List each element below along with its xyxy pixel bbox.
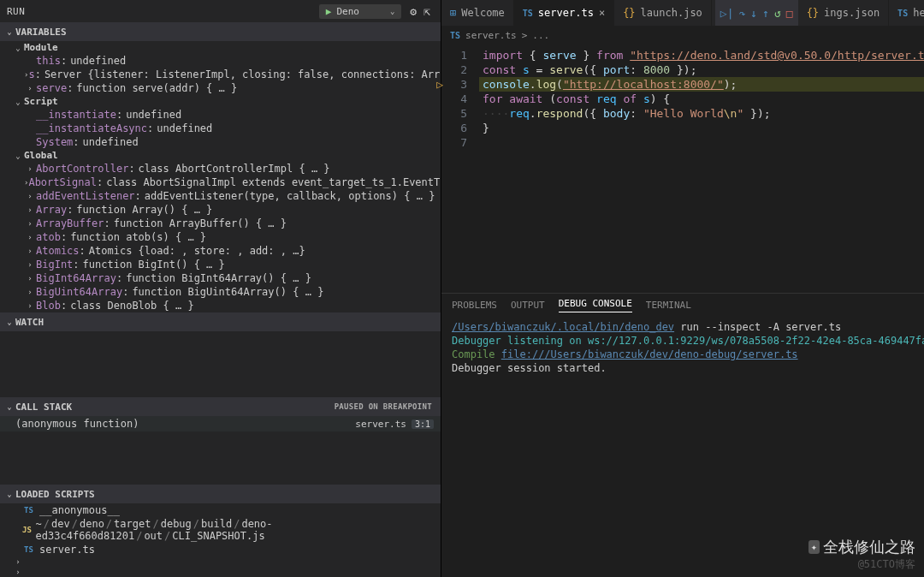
ts-icon: TS (450, 31, 460, 40)
scripts-section-header[interactable]: ⌄ LOADED SCRIPTS (0, 485, 441, 503)
run-config-label: Deno (336, 6, 359, 17)
variable-value: undefined (126, 109, 181, 121)
variable-name: AbortController (36, 163, 128, 175)
popout-icon[interactable]: ⇱ (420, 5, 434, 18)
callstack-section-header[interactable]: ⌄ CALL STACK PAUSED ON BREAKPOINT (0, 397, 441, 416)
step-out-icon[interactable]: ↑ (762, 7, 769, 20)
variable-row[interactable]: ›addEventListener:addEventListener(type,… (0, 189, 441, 203)
breakpoint-icon[interactable]: ▷ (436, 77, 443, 92)
frame-file: server.ts (355, 419, 406, 430)
variable-name: s (28, 68, 34, 80)
panel-tab-terminal[interactable]: TERMINAL (646, 300, 691, 311)
panel-tab-problems[interactable]: PROBLEMS (452, 300, 497, 311)
variable-row[interactable]: ›Atomics:Atomics {load: , store: , add: … (0, 244, 441, 258)
code-line: for await (const req of s) { (479, 92, 924, 106)
variable-row[interactable]: this:undefined (0, 54, 441, 68)
scope-script[interactable]: ⌄Script (0, 95, 441, 108)
play-icon: ▶ (326, 6, 332, 17)
variable-row[interactable]: System:undefined (0, 135, 441, 149)
tab-label: launch.jso (641, 7, 702, 19)
script-folder[interactable]: › (0, 556, 441, 567)
json-icon: {} (623, 7, 635, 19)
scope-global[interactable]: ⌄Global (0, 149, 441, 162)
tab-label: ings.json (824, 7, 880, 19)
variable-row[interactable]: ›atob:function atob(s) { … } (0, 230, 441, 244)
tab-launch[interactable]: {}launch.jso (614, 0, 712, 26)
tab-server[interactable]: TSserver.ts× (514, 0, 614, 26)
chevron-down-icon: ⌄ (3, 402, 15, 411)
variable-row[interactable]: ›BigInt:function BigInt() { … } (0, 258, 441, 271)
tab-welcome[interactable]: ⊞Welcome (441, 0, 514, 26)
step-over-icon[interactable]: ↷ (738, 7, 745, 20)
variable-row[interactable]: ›AbortController:class AbortControllerIm… (0, 162, 441, 175)
tab-settings[interactable]: {}ings.json (798, 0, 889, 26)
breadcrumb[interactable]: TS server.ts > ... (441, 26, 924, 45)
js-icon: JS (22, 526, 36, 534)
code-line: } (479, 121, 924, 135)
variable-row[interactable]: ›BigUint64Array:function BigUint64Array(… (0, 285, 441, 299)
code-line: ····req.respond({ body: "Hello World\n" … (479, 106, 924, 121)
script-path: server.ts (39, 544, 95, 556)
chevron-down-icon: ⌄ (390, 7, 394, 15)
step-into-icon[interactable]: ↓ (750, 7, 757, 20)
run-header: RUN ▶ Deno ⌄ ⚙ ⇱ (0, 0, 441, 22)
variable-row[interactable]: ›AbortSignal:class AbortSignalImpl exten… (0, 175, 441, 189)
variable-name: Atomics (36, 245, 80, 257)
code-editor[interactable]: 12▷34567 import { serve } from "https://… (441, 45, 924, 293)
variable-name: System (36, 136, 73, 148)
scripts-body: TS__anonymous__JS~/dev/deno/target/debug… (0, 503, 441, 577)
callstack-status: PAUSED ON BREAKPOINT (335, 402, 437, 411)
variable-name: __instantiateAsync (36, 122, 147, 134)
panel-tabs: PROBLEMSOUTPUTDEBUG CONSOLETERMINAL (441, 293, 924, 317)
script-item[interactable]: JS~/dev/deno/target/debug/build/deno-ed3… (0, 517, 441, 543)
script-item[interactable]: TS__anonymous__ (0, 503, 441, 517)
variable-name: addEventListener (36, 190, 135, 202)
variable-name: BigUint64Array (36, 286, 122, 298)
variable-row[interactable]: ›serve:function serve(addr) { … } (0, 81, 441, 95)
variable-value: function BigInt() { … } (83, 259, 225, 271)
variable-value: class AbortSignalImpl extends event_targ… (106, 176, 441, 188)
gear-icon[interactable]: ⚙ (406, 5, 420, 18)
variable-row[interactable]: __instantiateAsync:undefined (0, 122, 441, 135)
panel-tab-debug-console[interactable]: DEBUG CONSOLE (559, 298, 632, 312)
stack-frame[interactable]: (anonymous function)server.ts3:1 (0, 416, 441, 431)
variable-row[interactable]: ›BigInt64Array:function BigInt64Array() … (0, 271, 441, 285)
breadcrumb-tail: ... (532, 30, 549, 41)
debug-sidebar: RUN ▶ Deno ⌄ ⚙ ⇱ ⌄ VARIABLES ⌄Modulethis… (0, 0, 441, 577)
variable-row[interactable]: ›Array:function Array() { … } (0, 203, 441, 217)
callstack-spacer (0, 433, 441, 485)
scope-label: Script (24, 96, 58, 107)
variable-value: function BigUint64Array() { … } (132, 286, 323, 298)
watch-section-header[interactable]: ⌄ WATCH (0, 312, 441, 331)
variable-value: Atomics {load: , store: , add: , …} (89, 245, 305, 257)
variable-name: Array (36, 204, 67, 216)
run-config-dropdown[interactable]: ▶ Deno ⌄ (319, 4, 402, 19)
continue-icon[interactable]: ▷| (720, 7, 734, 20)
editor-tabs: ⊞WelcomeTSserver.ts×{}launch.jso▷|↷↓↑↺□{… (441, 0, 924, 26)
gutter: 12▷34567 (441, 45, 479, 293)
stop-icon[interactable]: □ (786, 7, 793, 20)
script-item[interactable]: TSserver.ts (0, 543, 441, 556)
tab-hello[interactable]: TShello_world.ts (889, 0, 924, 26)
run-title: RUN (7, 6, 25, 17)
variables-section-header[interactable]: ⌄ VARIABLES (0, 22, 441, 41)
variable-row[interactable]: ›Blob:class DenoBlob { … } (0, 299, 441, 312)
vscode-icon: ⊞ (450, 7, 456, 19)
chevron-right-icon: › (12, 568, 24, 576)
variable-name: ArrayBuffer (36, 217, 104, 229)
scope-module[interactable]: ⌄Module (0, 41, 441, 54)
expand-icon: › (24, 301, 36, 310)
expand-icon: › (24, 192, 36, 200)
variable-name: __instantiate (36, 109, 116, 121)
variable-row[interactable]: ›s:Server {listener: ListenerImpl, closi… (0, 68, 441, 81)
close-icon[interactable]: × (599, 7, 605, 19)
script-folder[interactable]: › (0, 567, 441, 577)
variable-row[interactable]: ›ArrayBuffer:function ArrayBuffer() { … … (0, 217, 441, 230)
variable-value: function ArrayBuffer() { … } (114, 217, 287, 229)
callstack-body: (anonymous function)server.ts3:1 (0, 416, 441, 433)
restart-icon[interactable]: ↺ (774, 7, 781, 20)
panel-tab-output[interactable]: OUTPUT (511, 300, 545, 311)
variable-row[interactable]: __instantiate:undefined (0, 108, 441, 122)
watermark-main: 全栈修仙之路 (823, 537, 915, 557)
tab-label: hello_world.ts (913, 7, 924, 19)
